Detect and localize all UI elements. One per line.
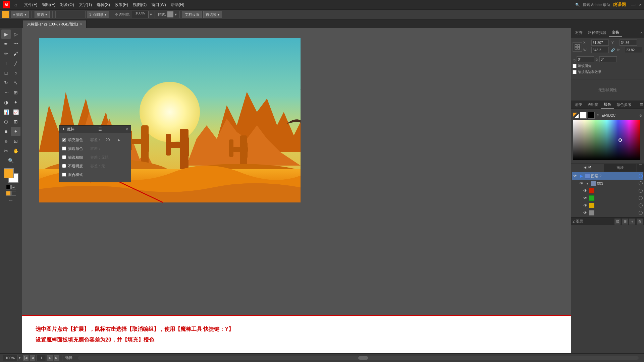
artboard-tool[interactable]: ⊡	[11, 136, 20, 146]
swap-colors-icon[interactable]: ⇄	[11, 185, 16, 189]
color-panel-menu[interactable]: ☰	[640, 103, 643, 107]
layers-make-clipping[interactable]: ⊡	[614, 219, 621, 225]
stroke-type-button[interactable]: ≡ 描边 ▾	[11, 11, 29, 18]
more-tools[interactable]: •••	[9, 199, 12, 202]
magic-wand-close-button[interactable]: ×	[126, 127, 128, 132]
magic-wand-menu-icon[interactable]: ☰	[98, 127, 102, 132]
window-controls[interactable]: — □ ×	[631, 3, 641, 7]
zoom-arrow[interactable]: ▾	[19, 356, 20, 360]
prev-page-button[interactable]: ◀	[30, 355, 35, 361]
point-type-button[interactable]: 3 点圆形 ▾	[87, 11, 109, 18]
layer2-circle[interactable]	[639, 174, 643, 178]
default-colors-icon[interactable]	[6, 185, 11, 189]
foreground-color-swatch[interactable]	[4, 168, 14, 178]
w-input[interactable]	[591, 47, 609, 53]
003-expand-icon[interactable]: ▼	[585, 181, 590, 186]
pen-tool[interactable]: ✒	[1, 39, 11, 49]
menu-text[interactable]: 文字(T)	[77, 1, 94, 8]
menu-file[interactable]: 文件(F)	[22, 1, 39, 8]
pathfinder-tab[interactable]: 路径查找器	[585, 29, 609, 37]
black-swatch[interactable]	[588, 112, 595, 119]
white-swatch[interactable]	[580, 112, 587, 119]
menu-effect[interactable]: 效果(E)	[113, 1, 130, 8]
none-indicator[interactable]	[11, 191, 16, 196]
transform-tab[interactable]: 变换	[609, 28, 622, 37]
scale-tool[interactable]: ⤡	[11, 78, 20, 87]
layer-row-003[interactable]: 👁 ▼ 003	[572, 180, 643, 187]
select-tool[interactable]: ▶	[1, 29, 11, 39]
color-spectrum[interactable]	[573, 120, 640, 160]
menu-edit[interactable]: 编辑(E)	[40, 1, 57, 8]
003-circle[interactable]	[639, 181, 643, 185]
green-layer-eye-icon[interactable]: 👁	[583, 195, 588, 201]
opacity-input[interactable]: 100%	[132, 11, 149, 18]
opacity-arrow[interactable]: ▾	[150, 12, 152, 17]
text-tool[interactable]: T	[1, 59, 11, 68]
tab-close-button[interactable]: ×	[80, 22, 82, 26]
slice-tool[interactable]: ✂	[1, 146, 11, 156]
h-input[interactable]	[625, 47, 642, 53]
yellow-layer-eye-icon[interactable]: 👁	[583, 203, 588, 208]
layer-row-red[interactable]: 👁 ...	[572, 187, 643, 194]
fill-tolerance-arrow[interactable]: ▶	[118, 138, 120, 142]
zoom-input[interactable]	[3, 355, 17, 361]
scale-stroke-checkbox[interactable]	[573, 70, 577, 74]
menu-object[interactable]: 对象(O)	[58, 1, 76, 8]
gradient-tab[interactable]: 渐变	[572, 101, 585, 109]
gradient-tool[interactable]: ■	[1, 127, 11, 136]
hand-tool[interactable]: ✋	[11, 146, 20, 156]
direct-select-tool[interactable]: ▷	[11, 29, 20, 39]
align-tab[interactable]: 对齐	[573, 29, 585, 37]
free-transform-tool[interactable]: ⊞	[11, 88, 20, 97]
page-input[interactable]	[37, 355, 46, 361]
color-guide-tab[interactable]: 颜色参考	[614, 101, 634, 109]
perspective-tool[interactable]: ⬡	[1, 117, 11, 126]
rotate-tool[interactable]: ↻	[1, 78, 11, 87]
color-none-icon[interactable]: ⊘	[639, 114, 642, 117]
ellipse-tool[interactable]: ○	[11, 68, 20, 78]
layer-row-yellow[interactable]: 👁 ...	[572, 202, 643, 209]
transparency-tab[interactable]: 透明度	[585, 101, 601, 109]
x-input[interactable]	[591, 40, 609, 46]
layer-row-gray[interactable]: 👁 ...	[572, 209, 643, 217]
stroke-color-checkbox[interactable]	[62, 146, 66, 150]
next-page-button[interactable]: ▶	[47, 355, 53, 361]
shear-input[interactable]	[599, 56, 617, 62]
layers-delete[interactable]: 🗑	[637, 219, 643, 225]
003-eye-icon[interactable]: 👁	[579, 181, 584, 186]
layers-new-sublayer[interactable]: ⊞	[622, 219, 628, 225]
layer-row-layer2[interactable]: 👁 ▶ 图层 2	[572, 172, 643, 180]
layers-tab[interactable]: 图层	[571, 164, 604, 172]
line-tool[interactable]: ╱	[11, 59, 20, 68]
bar-chart-tool[interactable]: 📈	[11, 107, 20, 117]
color-indicator1[interactable]	[6, 191, 11, 196]
brush-tool[interactable]: 🖌	[11, 49, 20, 58]
preferences-button[interactable]: 首选项 ▾	[203, 11, 222, 18]
horizontal-scrollbar[interactable]	[78, 356, 639, 360]
menu-view[interactable]: 视图(Q)	[131, 1, 149, 8]
magic-wand-tool[interactable]: ✦	[11, 127, 20, 136]
menu-help[interactable]: 帮助(H)	[169, 1, 186, 8]
menu-select[interactable]: 选择(S)	[95, 1, 112, 8]
toolbar-color-swatch[interactable]	[2, 11, 9, 18]
right-panel-close-icon[interactable]: ×	[640, 31, 643, 35]
gray-layer-eye-icon[interactable]: 👁	[583, 210, 588, 216]
y-input[interactable]	[620, 40, 637, 46]
blend-mode-checkbox[interactable]	[62, 173, 66, 177]
fill-color-checkbox[interactable]	[62, 138, 66, 142]
document-tab[interactable]: 未标题-1* @ 100% (RGB/预览) ×	[23, 20, 87, 28]
angle-input[interactable]	[577, 56, 594, 62]
layers-menu-icon[interactable]: ☰	[637, 164, 644, 172]
blend-tool[interactable]: ◑	[1, 98, 11, 107]
stroke-weight-checkbox[interactable]	[62, 155, 66, 159]
scrollbar-thumb[interactable]	[358, 356, 368, 360]
green-layer-circle[interactable]	[639, 196, 643, 200]
mesh-tool[interactable]: ⊞	[11, 117, 20, 126]
lock-corners-checkbox[interactable]	[573, 64, 577, 68]
layer-row-green[interactable]: 👁 ...	[572, 194, 643, 202]
pencil-tool[interactable]: ✏	[1, 49, 11, 58]
gray-layer-circle[interactable]	[639, 211, 643, 215]
opacity-checkbox[interactable]	[62, 164, 66, 168]
color-tab[interactable]: 颜色	[601, 101, 614, 109]
doc-settings-button[interactable]: 文档设置	[182, 11, 202, 18]
